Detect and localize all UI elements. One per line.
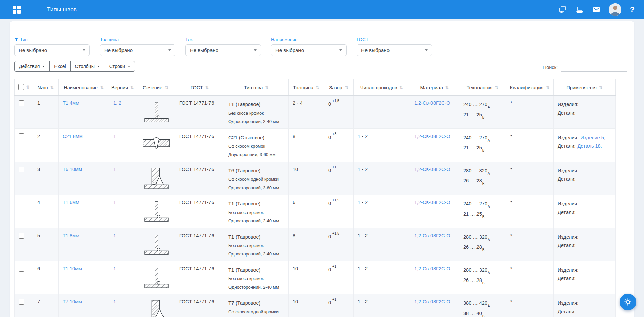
parts-link[interactable]: Деталь 18, bbox=[578, 143, 602, 149]
cell-gost: ГОСТ 14771-76 bbox=[175, 294, 224, 317]
sort-icon[interactable]: ⇅ bbox=[265, 85, 269, 90]
column-header-gap[interactable]: Зазор⇅ bbox=[324, 79, 354, 96]
seam-name-link[interactable]: Т1 10мм bbox=[63, 266, 82, 271]
sort-icon[interactable]: ⇅ bbox=[345, 85, 349, 90]
rows-button[interactable]: Строки bbox=[105, 61, 135, 72]
sort-icon[interactable]: ⇅ bbox=[546, 85, 550, 90]
help-icon[interactable]: ? bbox=[630, 5, 637, 14]
column-header-seam-type[interactable]: Тип шва⇅ bbox=[224, 79, 289, 96]
column-header-material[interactable]: Материал⇅ bbox=[410, 79, 459, 96]
column-header-passes[interactable]: Число проходов⇅ bbox=[354, 79, 410, 96]
version-link[interactable]: 1 bbox=[113, 200, 116, 205]
avatar[interactable] bbox=[609, 3, 621, 16]
sort-icon[interactable]: ⇅ bbox=[599, 85, 603, 90]
seam-name-link[interactable]: Т7 10мм bbox=[63, 299, 82, 304]
cell-material: 1,2-Св-08Г2С-О bbox=[410, 261, 459, 294]
seam-type-line: Односторонний, 2-40 мм bbox=[228, 250, 286, 258]
technology-line: 21 … 25В bbox=[463, 144, 503, 154]
material-link[interactable]: 1,2-Св-08Г2С-О bbox=[414, 200, 450, 205]
filter-select-current[interactable]: Не выбрано bbox=[185, 44, 261, 56]
screens-icon[interactable] bbox=[559, 6, 567, 14]
column-header-select[interactable]: ⇅ bbox=[15, 79, 33, 96]
cell-applies: Изделия:Детали: bbox=[554, 195, 616, 228]
filter-group-current: Ток Не выбрано bbox=[185, 37, 261, 56]
seam-name-link[interactable]: С21 8мм bbox=[63, 133, 83, 139]
seam-name-link[interactable]: Т1 4мм bbox=[63, 100, 79, 106]
version-link[interactable]: 1, 2 bbox=[113, 100, 121, 106]
row-checkbox[interactable] bbox=[19, 299, 24, 305]
products-label: Изделия: bbox=[558, 135, 578, 140]
filter-select-voltage[interactable]: Не выбрано bbox=[271, 44, 347, 56]
column-header-applies[interactable]: Применяется⇅ bbox=[554, 79, 616, 96]
actions-button[interactable]: Действия bbox=[14, 61, 50, 72]
row-checkbox[interactable] bbox=[19, 100, 24, 106]
gap-tolerance: +3 bbox=[332, 132, 336, 136]
material-link[interactable]: 1,2-Св-08Г2С-О bbox=[414, 167, 450, 172]
cell-name: Т7 10мм bbox=[59, 294, 109, 317]
sort-icon[interactable]: ⇅ bbox=[205, 85, 209, 90]
settings-fab[interactable] bbox=[620, 294, 636, 310]
sort-icon[interactable]: ⇅ bbox=[100, 85, 104, 90]
table-row: 5Т1 8мм1ГОСТ 14771-76Т1 (Тавровое)Без ск… bbox=[15, 228, 616, 261]
version-link[interactable]: 1 bbox=[113, 299, 116, 304]
column-header-qualification[interactable]: Квалификация⇅ bbox=[506, 79, 554, 96]
row-checkbox[interactable] bbox=[19, 167, 24, 172]
applies-line: Детали: bbox=[558, 175, 613, 184]
column-header-thickness[interactable]: Толщина⇅ bbox=[289, 79, 324, 96]
column-header-name[interactable]: Наименование⇅ bbox=[59, 79, 109, 96]
material-link[interactable]: 1,2-Св-08Г2С-О bbox=[414, 233, 450, 238]
column-header-gost[interactable]: ГОСТ⇅ bbox=[175, 79, 224, 96]
sort-icon[interactable]: ⇅ bbox=[445, 85, 449, 90]
sort-icon[interactable]: ⇅ bbox=[50, 85, 54, 90]
sort-icon[interactable]: ⇅ bbox=[26, 84, 30, 90]
seam-name-link[interactable]: Т1 6мм bbox=[63, 200, 79, 205]
row-checkbox[interactable] bbox=[19, 266, 24, 272]
weld-section-icon bbox=[142, 233, 171, 257]
select-all-checkbox[interactable] bbox=[18, 84, 24, 90]
seam-type-line: Без скоса кромок bbox=[228, 241, 286, 250]
sort-icon[interactable]: ⇅ bbox=[495, 85, 498, 90]
material-link[interactable]: 1,2-Св-08Г2С-О bbox=[414, 133, 450, 139]
material-link[interactable]: 1,2-Св-08Г2С-О bbox=[414, 100, 450, 106]
sort-icon[interactable]: ⇅ bbox=[316, 85, 319, 90]
excel-button[interactable]: Excel bbox=[49, 61, 70, 72]
seam-name-link[interactable]: Т1 8мм bbox=[63, 233, 79, 238]
version-link[interactable]: 1 bbox=[113, 133, 116, 139]
column-header-technology[interactable]: Технология⇅ bbox=[459, 79, 506, 96]
seam-type-line: Со скосом кромок bbox=[228, 142, 286, 150]
search-input[interactable] bbox=[561, 64, 627, 72]
version-link[interactable]: 1 bbox=[113, 233, 116, 238]
applies-line: Изделия: bbox=[558, 266, 613, 274]
cell-applies: Изделия:Детали: bbox=[554, 96, 616, 129]
row-checkbox[interactable] bbox=[19, 233, 24, 239]
technology-unit: А bbox=[488, 172, 490, 175]
sort-icon[interactable]: ⇅ bbox=[130, 85, 134, 90]
seam-type-line: С21 (Стыковое) bbox=[228, 133, 286, 142]
column-header-version[interactable]: Версия⇅ bbox=[109, 79, 136, 96]
filter-select-type[interactable]: Не выбрано bbox=[14, 44, 90, 56]
apps-grid-icon[interactable] bbox=[13, 6, 21, 14]
sort-icon[interactable]: ⇅ bbox=[165, 85, 169, 90]
row-checkbox[interactable] bbox=[19, 200, 24, 205]
mail-icon[interactable] bbox=[593, 7, 600, 13]
columns-button[interactable]: Столбцы bbox=[70, 61, 105, 72]
products-link[interactable]: Изделие 5, bbox=[580, 135, 605, 140]
material-link[interactable]: 1,2-Св-08Г2С-О bbox=[414, 299, 450, 304]
sort-icon[interactable]: ⇅ bbox=[399, 85, 403, 90]
applies-line: Детали: bbox=[558, 109, 613, 117]
cell-technology: 380 … 420А38 … 40В bbox=[459, 294, 506, 317]
version-link[interactable]: 1 bbox=[113, 167, 116, 172]
row-checkbox[interactable] bbox=[19, 133, 24, 139]
version-link[interactable]: 1 bbox=[113, 266, 116, 271]
select-value: Не выбрано bbox=[275, 47, 304, 53]
cell-applies: Изделия:Детали: bbox=[554, 294, 616, 317]
column-header-section[interactable]: Сечение⇅ bbox=[136, 79, 175, 96]
filter-select-thickness[interactable]: Не выбрано bbox=[100, 44, 175, 56]
column-header-num[interactable]: №пп⇅ bbox=[33, 79, 59, 96]
material-link[interactable]: 1,2-Св-08Г2С-О bbox=[414, 266, 450, 271]
laptop-icon[interactable] bbox=[576, 6, 584, 13]
filter-select-gost[interactable]: Не выбрано bbox=[357, 44, 432, 56]
select-value: Не выбрано bbox=[19, 47, 47, 53]
cell-passes: 1 - 2 bbox=[354, 294, 410, 317]
seam-name-link[interactable]: Т6 10мм bbox=[63, 167, 82, 172]
